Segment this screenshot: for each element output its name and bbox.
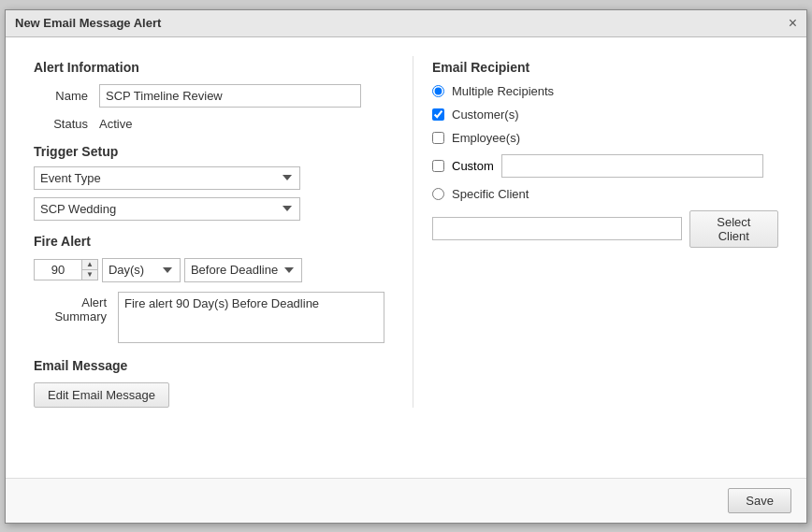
event-type-select[interactable]: Event Type	[34, 166, 300, 190]
scp-wedding-select[interactable]: SCP Wedding	[34, 197, 300, 221]
dialog-title: New Email Message Alert	[15, 16, 161, 30]
specific-client-option: Specific Client	[432, 187, 778, 201]
timing-select[interactable]: Before Deadline After Deadline	[184, 258, 302, 282]
customers-label[interactable]: Customer(s)	[452, 108, 519, 122]
spinner-buttons: ▲ ▼	[81, 260, 97, 280]
fire-alert-controls: ▲ ▼ Day(s) Week(s) Month(s) Before Deadl…	[34, 258, 384, 282]
multiple-recipients-option: Multiple Recipients	[432, 84, 778, 98]
alert-summary-section: Alert Summary Fire alert 90 Day(s) Befor…	[34, 292, 384, 343]
select-client-button[interactable]: Select Client	[689, 210, 778, 248]
fire-alert-title: Fire Alert	[34, 234, 384, 249]
alert-info-title: Alert Information	[34, 60, 384, 75]
customers-checkbox[interactable]	[432, 108, 444, 121]
employees-option: Employee(s)	[432, 131, 778, 145]
status-field-row: Status Active	[34, 117, 384, 131]
dialog-footer: Save	[6, 478, 806, 523]
alert-summary-textarea[interactable]: Fire alert 90 Day(s) Before Deadline	[118, 292, 384, 343]
scp-wedding-wrapper: SCP Wedding	[34, 197, 384, 221]
custom-label[interactable]: Custom	[452, 159, 494, 173]
name-field-row: Name	[34, 84, 384, 108]
email-recipient-title: Email Recipient	[432, 60, 778, 75]
status-value: Active	[99, 117, 132, 131]
save-button[interactable]: Save	[728, 488, 791, 513]
name-label: Name	[34, 89, 99, 103]
left-column: Alert Information Name Status Active Tri…	[34, 56, 413, 408]
trigger-setup-section: Trigger Setup Event Type SCP Wedding	[34, 144, 384, 221]
employees-label[interactable]: Employee(s)	[452, 131, 520, 145]
custom-text-input[interactable]	[501, 154, 763, 178]
multiple-recipients-radio[interactable]	[432, 85, 444, 97]
client-search-input[interactable]	[432, 217, 682, 240]
event-type-wrapper: Event Type	[34, 166, 384, 190]
edit-email-message-button[interactable]: Edit Email Message	[34, 382, 169, 408]
right-column: Email Recipient Multiple Recipients Cust…	[413, 56, 778, 408]
specific-client-section: Specific Client Select Client	[432, 187, 778, 248]
email-message-section: Email Message Edit Email Message	[34, 358, 384, 408]
customers-option: Customer(s)	[432, 108, 778, 122]
fire-alert-number[interactable]	[35, 260, 81, 280]
specific-client-label[interactable]: Specific Client	[452, 187, 529, 201]
fire-alert-section: Fire Alert ▲ ▼	[34, 234, 384, 282]
email-message-title: Email Message	[34, 358, 384, 373]
close-button[interactable]: ×	[789, 16, 797, 31]
status-label: Status	[34, 117, 99, 131]
multiple-recipients-label[interactable]: Multiple Recipients	[452, 84, 554, 98]
specific-client-radio[interactable]	[432, 188, 444, 200]
trigger-setup-title: Trigger Setup	[34, 144, 384, 159]
alert-summary-row: Alert Summary Fire alert 90 Day(s) Befor…	[34, 292, 384, 343]
number-input-wrapper: ▲ ▼	[34, 259, 98, 280]
dialog-body: Alert Information Name Status Active Tri…	[6, 37, 806, 426]
name-input[interactable]	[99, 84, 361, 108]
specific-client-row: Select Client	[432, 210, 778, 248]
dialog-titlebar: New Email Message Alert ×	[6, 10, 806, 37]
employees-checkbox[interactable]	[432, 132, 444, 144]
period-select[interactable]: Day(s) Week(s) Month(s)	[102, 258, 181, 282]
custom-checkbox[interactable]	[432, 160, 444, 172]
spinner-down[interactable]: ▼	[82, 270, 97, 280]
dialog: New Email Message Alert × Alert Informat…	[5, 9, 807, 524]
spinner-up[interactable]: ▲	[82, 260, 97, 270]
fire-alert-row: ▲ ▼ Day(s) Week(s) Month(s) Before Deadl…	[34, 258, 302, 282]
alert-summary-label: Alert Summary	[34, 292, 118, 324]
custom-row: Custom	[432, 154, 778, 178]
